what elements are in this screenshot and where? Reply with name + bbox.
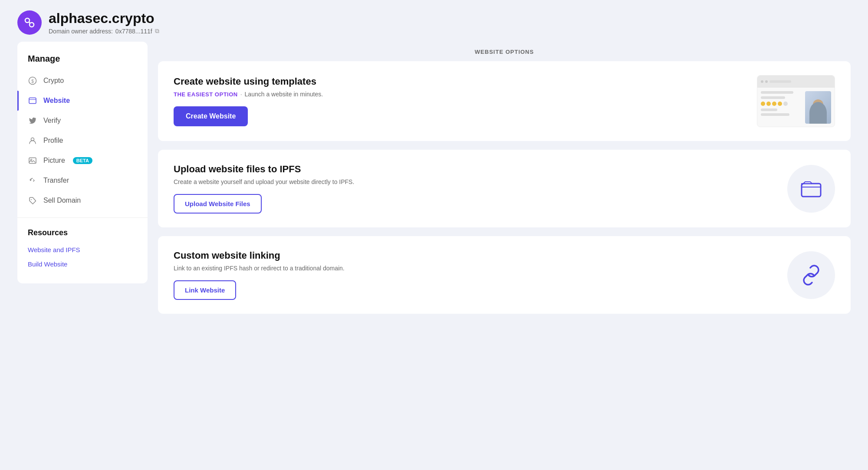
create-website-card: Create website using templates THE EASIE… [158, 61, 851, 141]
svg-rect-8 [29, 158, 36, 164]
sidebar-label-verify: Verify [43, 117, 61, 125]
beta-badge: BETA [73, 157, 92, 164]
owner-address: 0x7788...111f [115, 28, 152, 35]
svg-point-10 [31, 199, 32, 200]
template-preview [757, 75, 835, 127]
browser-icon [28, 96, 37, 105]
header: alphasec.crypto Domain owner address: 0x… [0, 0, 868, 42]
sidebar: Manage $ Crypto Website [17, 42, 148, 283]
image-icon [28, 156, 37, 165]
logo-icon [17, 10, 42, 35]
link-icon-circle [787, 251, 835, 299]
sidebar-divider [17, 217, 148, 218]
sidebar-item-picture[interactable]: Picture BETA [17, 151, 148, 171]
owner-label: Domain owner address: [49, 28, 113, 35]
upload-icon-container [787, 165, 835, 213]
create-website-subtitle: THE EASIEST OPTION · Launch a website in… [174, 91, 740, 98]
easiest-badge: THE EASIEST OPTION [174, 91, 238, 98]
sidebar-item-crypto[interactable]: $ Crypto [17, 71, 148, 91]
person-icon [28, 136, 37, 145]
folder-icon-circle [787, 165, 835, 213]
template-preview-container [757, 75, 835, 127]
sidebar-label-picture: Picture [43, 157, 65, 164]
upload-website-button[interactable]: Upload Website Files [174, 194, 262, 214]
upload-website-desc: Create a website yourself and upload you… [174, 178, 354, 185]
section-title: WEBSITE OPTIONS [158, 42, 851, 61]
custom-linking-subtitle: Link to an existing IPFS hash or redirec… [174, 265, 770, 272]
link-icon-container [787, 251, 835, 299]
upload-website-card: Upload website files to IPFS Create a we… [158, 150, 851, 227]
sidebar-item-transfer[interactable]: Transfer [17, 171, 148, 191]
preview-person-avatar [805, 91, 831, 124]
main-content: WEBSITE OPTIONS Create website using tem… [158, 42, 851, 322]
create-website-button[interactable]: Create Website [174, 106, 248, 126]
svg-point-9 [31, 159, 32, 161]
resources-title: Resources [17, 225, 148, 243]
preview-header-bar [757, 76, 835, 88]
copy-icon[interactable]: ⧉ [155, 27, 159, 35]
upload-website-title: Upload website files to IPFS [174, 164, 770, 175]
twitter-icon [28, 116, 37, 125]
svg-rect-6 [29, 99, 36, 100]
sidebar-item-profile[interactable]: Profile [17, 131, 148, 151]
custom-linking-title: Custom website linking [174, 250, 770, 261]
sidebar-label-transfer: Transfer [43, 177, 69, 184]
manage-title: Manage [17, 54, 148, 71]
svg-text:$: $ [31, 79, 34, 84]
sidebar-item-sell-domain[interactable]: Sell Domain [17, 191, 148, 210]
svg-rect-5 [29, 98, 36, 104]
resource-link-build-website[interactable]: Build Website [17, 257, 148, 271]
custom-linking-desc: Link to an existing IPFS hash or redirec… [174, 265, 345, 272]
svg-line-2 [29, 22, 30, 23]
sidebar-label-website: Website [43, 97, 70, 105]
create-website-desc: Launch a website in minutes. [245, 91, 323, 98]
sidebar-label-profile: Profile [43, 137, 63, 145]
tag-icon [28, 196, 37, 205]
svg-rect-11 [802, 184, 821, 197]
sidebar-item-verify[interactable]: Verify [17, 111, 148, 131]
sidebar-label-sell-domain: Sell Domain [43, 197, 81, 204]
transfer-icon [28, 176, 37, 185]
resource-link-website-ipfs[interactable]: Website and IPFS [17, 243, 148, 257]
create-website-title: Create website using templates [174, 76, 740, 87]
custom-linking-card: Custom website linking Link to an existi… [158, 236, 851, 314]
dollar-circle-icon: $ [28, 76, 37, 85]
domain-title: alphasec.crypto [49, 10, 159, 26]
upload-website-subtitle: Create a website yourself and upload you… [174, 178, 770, 185]
dot-separator: · [240, 91, 242, 98]
sidebar-item-website[interactable]: Website [17, 91, 148, 111]
link-website-button[interactable]: Link Website [174, 280, 236, 300]
sidebar-label-crypto: Crypto [43, 77, 64, 85]
